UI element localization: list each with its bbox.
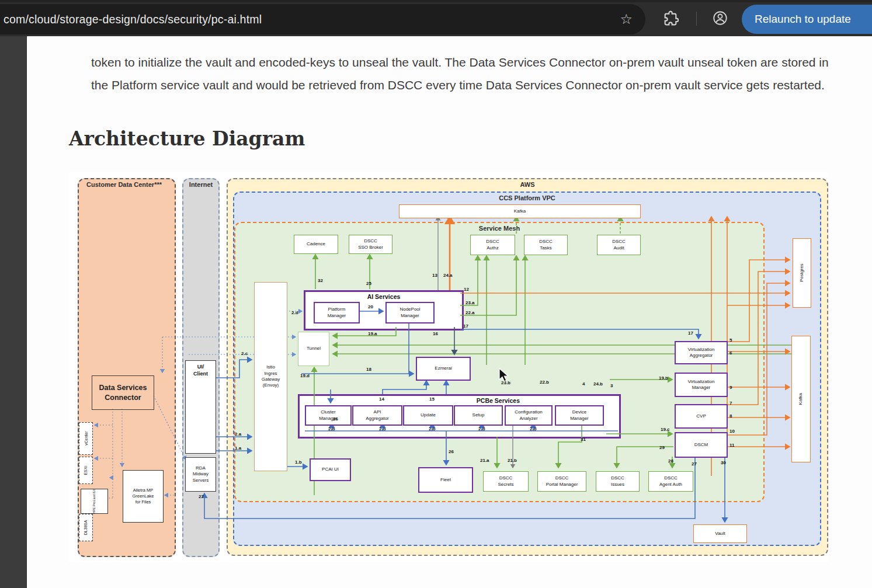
node-cluster-manager: Cluster Manager — [305, 405, 352, 426]
edge-label: 32 — [318, 278, 323, 283]
node-dscc-portal-manager: DSCC Portal Manager — [537, 471, 586, 492]
node-label-cadence: Cadence — [307, 241, 325, 247]
node-configuration-analyzer: Configuration Analyzer — [505, 405, 553, 426]
relaunch-button[interactable]: Relaunch to update — [742, 5, 872, 34]
node-dl380a: DL380A — [79, 514, 93, 541]
node-dscc-sso-broker: DSCC SSO Broker — [349, 235, 392, 254]
edge-label: 19.d — [300, 373, 310, 378]
node-kafka-right: Kafka — [791, 336, 811, 462]
node-label-ezmeral: Ezmeral — [435, 366, 451, 371]
node-label-data-services-connector: Data Services Connector — [99, 383, 147, 402]
node-vcenter: vCenter — [79, 422, 93, 455]
node-device-manager: Device Manager — [555, 405, 604, 426]
node-virtualization-manager: Virtualization Manager — [675, 373, 728, 397]
edge-label: 26 — [333, 416, 338, 422]
node-label-api-aggregator: API Aggregator — [366, 409, 389, 422]
extensions-puzzle-icon[interactable] — [662, 10, 679, 26]
node-label-hpe-proliant: HPE ProLiant 8.0 — [92, 489, 96, 514]
node-label-virtualization-manager: Virtualization Manager — [688, 379, 715, 391]
node-hpe-proliant: HPE ProLiant 8.0 — [81, 489, 108, 514]
edge-label: 31 — [581, 437, 586, 442]
node-label-tunnel: Tunnel — [307, 346, 321, 352]
node-label-dscc-agent-auth: DSCC Agent Auth — [659, 475, 682, 488]
node-label-fleet: Fleet — [440, 477, 451, 483]
node-label-update: Update — [421, 412, 436, 418]
node-label-dl380a: DL380A — [83, 520, 88, 535]
edge-label: 2.d — [291, 310, 298, 315]
bookmark-star-icon[interactable]: ☆ — [620, 4, 633, 34]
node-data-services-connector: Data Services Connector — [92, 375, 154, 410]
node-cadence: Cadence — [294, 235, 338, 254]
edge-label: 25 — [366, 281, 371, 286]
body-paragraph: token to initialize the vault and encode… — [91, 51, 834, 96]
node-cvp: CVP — [675, 404, 728, 429]
node-alletra-mp-greenlake: Alletra MP GreenLake for Files — [123, 470, 164, 523]
edge-label: 2.b — [379, 426, 386, 432]
node-dscc-audit: DSCC Audit — [597, 235, 641, 255]
edge-label: 4 — [582, 381, 585, 387]
edge-label: 29 — [659, 445, 665, 450]
edge-label: 17 — [688, 330, 693, 336]
node-dscm: DSCM — [675, 432, 728, 458]
edge-label: 2.b — [328, 426, 335, 432]
edge-label: 21.a — [480, 458, 489, 463]
edge-label: 19.c — [661, 427, 670, 432]
toolbar-divider — [696, 12, 697, 26]
node-label-virtualization-aggregator: Virtualization Aggregator — [688, 347, 715, 359]
node-setup: Setup — [454, 405, 503, 426]
edge-label: 19.b — [659, 375, 668, 381]
node-label-platform-manager: Platform Manager — [328, 307, 346, 319]
node-label-dscc-portal-manager: DSCC Portal Manager — [546, 475, 578, 488]
node-ui-client: UI/ Client — [185, 360, 216, 454]
node-label-device-manager: Device Manager — [570, 409, 589, 422]
node-label-cvp: CVP — [696, 413, 706, 419]
edge-label: 15 — [429, 396, 435, 402]
node-api-aggregator: API Aggregator — [352, 405, 402, 426]
page-content: token to initialize the vault and encode… — [0, 36, 872, 588]
node-ezmeral: Ezmeral — [416, 357, 471, 381]
edge-label: 2.b — [429, 426, 436, 432]
edge-label: 14 — [379, 396, 384, 402]
edge-label: 22.b — [540, 380, 549, 385]
edge-label: 27 — [199, 494, 204, 499]
node-label-dscc-tasks: DSCC Tasks — [539, 239, 553, 251]
edge-label: 23.a — [465, 300, 475, 305]
region-label-internet: Internet — [183, 181, 218, 188]
architecture-diagram: Customer Data Center***InternetAWSCCS Pl… — [69, 172, 828, 562]
node-istio-ingres-gateway: Istio Ingres Gateway (Envoy) — [254, 282, 287, 471]
edge-label: 22.a — [465, 310, 475, 315]
edge-label: 17 — [463, 323, 468, 329]
node-label-dscc-secrets: DSCC Secrets — [498, 475, 513, 488]
node-label-alletra-mp-greenlake: Alletra MP GreenLake for Files — [132, 488, 154, 505]
node-dscc-secrets: DSCC Secrets — [483, 471, 529, 492]
node-label-istio-ingres-gateway: Istio Ingres Gateway (Envoy) — [262, 364, 280, 389]
edge-label: 2.a — [235, 432, 241, 437]
region-label-customer-data-center: Customer Data Center*** — [86, 181, 162, 188]
profile-icon[interactable] — [712, 10, 728, 26]
url-bar[interactable]: com/cloud/storage-design/docs/security/p… — [0, 4, 645, 34]
node-virtualization-aggregator: Virtualization Aggregator — [675, 341, 728, 364]
edge-label: 13 — [432, 273, 437, 278]
edge-label: 1.b — [295, 460, 302, 465]
edge-label: 2.c — [241, 351, 248, 356]
node-vault: Vault — [693, 524, 747, 543]
edge-label: 2.b — [530, 426, 537, 432]
edge-label: 11 — [729, 443, 734, 448]
edge-label: 5 — [729, 338, 732, 343]
node-platform-manager: Platform Manager — [314, 302, 360, 323]
node-label-configuration-analyzer: Configuration Analyzer — [515, 409, 543, 422]
node-nodepool-manager: NodePool Manager — [385, 302, 435, 323]
edge-label: 18 — [366, 367, 371, 372]
node-label-nodepool-manager: NodePool Manager — [399, 307, 420, 319]
edge-label: 7 — [729, 401, 732, 406]
edge-label: 3 — [610, 383, 613, 388]
edge-label: 26 — [449, 449, 454, 454]
edge-label: 21.b — [508, 458, 517, 463]
node-label-vault: Vault — [715, 531, 725, 537]
node-dscc-tasks: DSCC Tasks — [524, 235, 568, 255]
node-label-ai-services: AI Services — [305, 293, 462, 301]
node-label-kafka-right: Kafka — [798, 393, 804, 405]
node-label-dscc-authz: DSCC Authz — [486, 239, 499, 251]
edge-label: 2.b — [478, 426, 485, 432]
url-text: com/cloud/storage-design/docs/security/p… — [4, 13, 262, 26]
